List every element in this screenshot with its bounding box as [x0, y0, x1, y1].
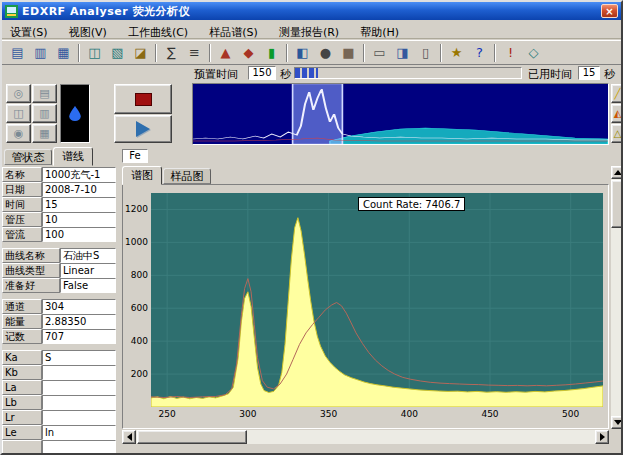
report-icon: ▧	[111, 46, 123, 59]
toolbar-button-energy[interactable]: ◧	[291, 42, 314, 63]
line-value-ka[interactable]: S	[42, 350, 116, 365]
tab-sample-view[interactable]: 样品图	[163, 168, 211, 184]
scroll-left-button[interactable]	[122, 430, 136, 444]
line-label-kb: Kb	[2, 365, 42, 380]
table-row: 能量2.88350	[2, 314, 116, 329]
toolbar-button-marker[interactable]: ◆	[237, 42, 260, 63]
toolbar-button-led[interactable]: ▮	[260, 42, 283, 63]
field-value-name[interactable]: 1000充气-1	[42, 167, 116, 182]
line-value-lb[interactable]	[42, 395, 116, 410]
toolbar-button-zoom[interactable]: ●	[314, 42, 337, 63]
field-label-name: 名称	[2, 167, 42, 182]
scroll-up-button[interactable]	[611, 166, 623, 179]
toolbar-button-curve[interactable]: ◪	[129, 42, 152, 63]
menu-item-view[interactable]: 视图(V)	[61, 23, 115, 40]
field-value-counts[interactable]: 707	[42, 329, 116, 344]
toolbar-button-about[interactable]: ◇	[522, 42, 545, 63]
toolbar-button-report[interactable]: ▧	[106, 42, 129, 63]
toolbar-button-cards[interactable]: ◫	[83, 42, 106, 63]
h-scrollbar-thumb[interactable]	[137, 430, 247, 444]
plot-background	[151, 193, 603, 407]
table-row: 时间15	[2, 197, 116, 212]
window-title: EDXRF Analyser 荧光分析仪	[22, 4, 190, 19]
chart-tool-button-3[interactable]: △	[611, 124, 623, 143]
field-label-date: 日期	[2, 182, 42, 197]
toolbar-button-info[interactable]: !	[499, 42, 522, 63]
toolbar-button-help[interactable]: ?	[468, 42, 491, 63]
title-bar[interactable]: EDXRF Analyser 荧光分析仪 ×	[2, 2, 621, 20]
element-strip: Fe	[118, 147, 610, 165]
menu-item-working-curve[interactable]: 工作曲线(C)	[120, 23, 196, 40]
scroll-right-button[interactable]	[595, 430, 609, 444]
control-icon-5: ◉	[14, 128, 24, 139]
toolbar-button-printer[interactable]: ▭	[368, 42, 391, 63]
menu-item-settings[interactable]: 设置(S)	[2, 23, 56, 40]
element-field[interactable]: Fe	[122, 149, 148, 163]
start-button[interactable]	[114, 115, 172, 143]
y-axis-tick: 1000	[123, 237, 148, 247]
marker-tool-icon: ◭	[614, 109, 622, 119]
field-value-curve-name[interactable]: 石油中S	[60, 248, 116, 263]
y-axis-tick: 800	[123, 270, 148, 280]
field-value-channel[interactable]: 304	[42, 299, 116, 314]
preset-time-value: 150	[248, 66, 276, 80]
toolbar-button-columns[interactable]: ▥	[29, 42, 52, 63]
toolbar-button-spectrum[interactable]: ▲	[214, 42, 237, 63]
field-label-energy: 能量	[2, 314, 42, 329]
horizontal-scrollbar[interactable]	[122, 430, 609, 444]
toolbar-button-workspace[interactable]: ▤	[6, 42, 29, 63]
control-button-6[interactable]: ▦	[32, 124, 57, 143]
control-button-2[interactable]: ▤	[32, 84, 57, 103]
field-value-energy[interactable]: 2.88350	[42, 314, 116, 329]
v-scrollbar-thumb[interactable]	[611, 180, 623, 228]
toolbar-button-lock[interactable]: ■	[337, 42, 360, 63]
toolbar-separator	[363, 44, 365, 62]
toolbar-button-copy[interactable]: ▯	[414, 42, 437, 63]
line-value-la[interactable]	[42, 380, 116, 395]
led-icon: ▮	[268, 46, 275, 59]
field-label-curve-type: 曲线类型	[2, 263, 60, 278]
close-button[interactable]: ×	[601, 4, 618, 18]
chart-tool-button-2[interactable]: ◭	[611, 104, 623, 123]
toolbar-button-list[interactable]: ≡	[183, 42, 206, 63]
field-value-time[interactable]: 15	[42, 197, 116, 212]
menu-item-measure-report[interactable]: 测量报告(R)	[271, 23, 347, 40]
stop-button[interactable]	[114, 84, 172, 114]
tab-spectral-lines[interactable]: 谱线	[53, 147, 93, 166]
field-value-tube-voltage[interactable]: 10	[42, 212, 116, 227]
control-button-5[interactable]: ◉	[6, 124, 31, 143]
field-value-tube-current[interactable]: 100	[42, 227, 116, 242]
toolbar-button-sum[interactable]: ∑	[160, 42, 183, 63]
toolbar-button-save[interactable]: ◨	[391, 42, 414, 63]
scroll-down-button[interactable]	[611, 416, 623, 429]
line-value-lr[interactable]	[42, 410, 116, 425]
play-icon	[136, 121, 150, 137]
line-value-filler	[42, 440, 116, 455]
preset-time-unit: 秒	[280, 67, 291, 82]
menu-item-sample-spectrum[interactable]: 样品谱(S)	[201, 23, 266, 40]
chart-tool-button-1[interactable]: ╱	[611, 84, 623, 103]
control-button-1[interactable]: ◎	[6, 84, 31, 103]
tab-spectrum-view[interactable]: 谱图	[122, 166, 162, 185]
control-icon-3: ◫	[13, 108, 23, 119]
field-label-channel: 通道	[2, 299, 42, 314]
vertical-scrollbar[interactable]	[611, 166, 623, 429]
line-value-kb[interactable]	[42, 365, 116, 380]
control-icon-1: ◎	[14, 88, 24, 99]
list-icon: ≡	[189, 46, 200, 59]
field-value-curve-type[interactable]: Linear	[60, 263, 116, 278]
tab-tube-status[interactable]: 管状态	[4, 149, 52, 165]
line-row-lr: Lr	[2, 410, 116, 425]
ruler-tool-icon: ╱	[614, 89, 620, 99]
table-row: 准备好False	[2, 278, 116, 293]
menu-item-help[interactable]: 帮助(H)	[352, 23, 407, 40]
field-value-ready[interactable]: False	[60, 278, 116, 293]
field-value-date[interactable]: 2008-7-10	[42, 182, 116, 197]
line-value-le[interactable]: ln	[42, 425, 116, 440]
control-button-4[interactable]: ▥	[32, 104, 57, 123]
spectrum-preview[interactable]	[192, 83, 609, 145]
control-button-3[interactable]: ◫	[6, 104, 31, 123]
toolbar-button-table[interactable]: ▦	[52, 42, 75, 63]
toolbar-button-tools[interactable]: ★	[445, 42, 468, 63]
spectrum-plot[interactable]	[151, 193, 603, 407]
